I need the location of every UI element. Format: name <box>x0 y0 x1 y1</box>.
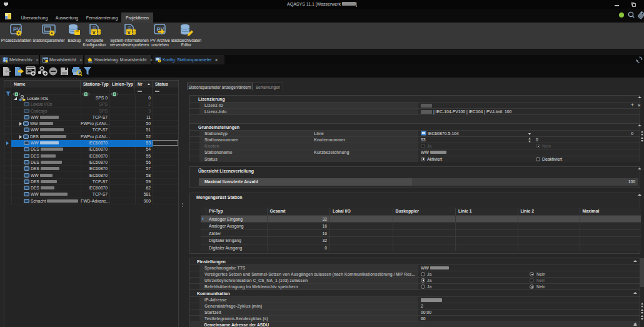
svg-text:X: X <box>93 30 96 36</box>
svg-text:X: X <box>128 30 131 36</box>
